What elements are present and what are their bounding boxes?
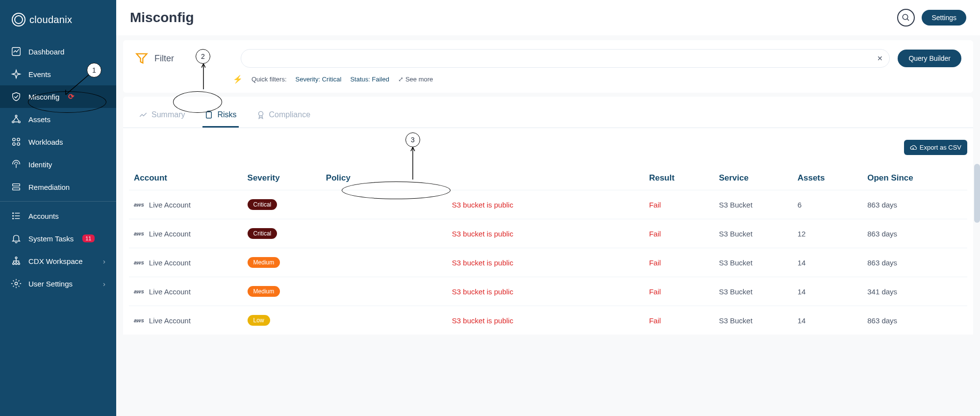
col-assets[interactable]: Assets bbox=[793, 166, 863, 190]
export-csv-button[interactable]: Export as CSV bbox=[904, 140, 967, 155]
aws-logo-icon: aws bbox=[134, 202, 144, 208]
result-cell: Fail bbox=[644, 219, 714, 248]
sidebar-item-system-tasks[interactable]: System Tasks 11 bbox=[0, 227, 116, 250]
table-row[interactable]: awsLive Account Critical S3 bucket is pu… bbox=[129, 190, 967, 219]
severity-pill: Medium bbox=[248, 286, 280, 297]
svg-point-14 bbox=[13, 218, 14, 219]
sidebar-item-accounts[interactable]: Accounts bbox=[0, 205, 116, 227]
svg-point-21 bbox=[903, 14, 908, 20]
svg-point-25 bbox=[258, 111, 263, 116]
account-cell: awsLive Account bbox=[134, 316, 238, 325]
col-open-since[interactable]: Open Since bbox=[862, 166, 967, 190]
tab-compliance[interactable]: Compliance bbox=[254, 105, 312, 128]
global-search-button[interactable] bbox=[897, 9, 915, 26]
query-builder-button[interactable]: Query Builder bbox=[898, 50, 961, 67]
top-actions: Settings bbox=[897, 9, 966, 26]
sidebar-item-remediation[interactable]: Remediation bbox=[0, 176, 116, 198]
aws-logo-icon: aws bbox=[134, 260, 144, 265]
gear-icon bbox=[11, 278, 22, 289]
service-cell: S3 Bucket bbox=[714, 306, 792, 335]
sidebar-item-label: System Tasks bbox=[28, 234, 74, 243]
chevron-right-icon: › bbox=[103, 257, 105, 265]
svg-line-22 bbox=[907, 19, 909, 21]
sidebar-item-assets[interactable]: Assets bbox=[0, 108, 116, 130]
sidebar-item-identity[interactable]: Identity bbox=[0, 153, 116, 176]
sidebar-item-cdx-workspace[interactable]: CDX Workspace › bbox=[0, 250, 116, 272]
filter-panel: Filter ✕ Query Builder ⚡ Quick filters: … bbox=[123, 40, 973, 93]
clear-filter-button[interactable]: ✕ bbox=[877, 54, 883, 62]
table-row[interactable]: awsLive Account Critical S3 bucket is pu… bbox=[129, 219, 967, 248]
table-row[interactable]: awsLive Account Medium S3 bucket is publ… bbox=[129, 277, 967, 306]
col-severity[interactable]: Severity bbox=[243, 166, 321, 190]
col-policy[interactable]: Policy bbox=[321, 166, 644, 190]
sidebar-item-label: Dashboard bbox=[28, 48, 64, 56]
export-label: Export as CSV bbox=[920, 144, 961, 151]
open-since-cell: 341 days bbox=[862, 277, 967, 306]
service-cell: S3 Bucket bbox=[714, 277, 792, 306]
sidebar-nav: Dashboard Events Misconfig ⟳ Assets Work… bbox=[0, 40, 116, 295]
sidebar-item-label: Accounts bbox=[28, 212, 59, 220]
scrollbar-thumb[interactable] bbox=[974, 164, 980, 223]
chart-line-icon bbox=[11, 46, 22, 57]
service-cell: S3 Bucket bbox=[714, 219, 792, 248]
svg-point-17 bbox=[13, 263, 15, 265]
account-cell: awsLive Account bbox=[134, 230, 238, 238]
svg-point-10 bbox=[13, 213, 14, 214]
network-icon bbox=[11, 114, 22, 125]
sidebar-item-label: Remediation bbox=[28, 183, 70, 191]
svg-point-19 bbox=[18, 263, 20, 265]
sidebar-item-misconfig[interactable]: Misconfig ⟳ bbox=[0, 85, 116, 108]
sidebar-item-workloads[interactable]: Workloads bbox=[0, 130, 116, 153]
badge-count: 11 bbox=[82, 234, 94, 242]
result-cell: Fail bbox=[644, 306, 714, 335]
sidebar-item-dashboard[interactable]: Dashboard bbox=[0, 40, 116, 63]
severity-pill: Medium bbox=[248, 257, 280, 268]
quick-filter-severity[interactable]: Severity: Critical bbox=[296, 76, 342, 83]
policy-cell: S3 bucket is public bbox=[321, 306, 644, 335]
policy-cell: S3 bucket is public bbox=[321, 248, 644, 277]
assets-cell: 14 bbox=[793, 306, 863, 335]
tab-label: Risks bbox=[217, 110, 236, 119]
sidebar-item-events[interactable]: Events bbox=[0, 63, 116, 85]
sidebar-item-label: User Settings bbox=[28, 280, 73, 288]
col-account[interactable]: Account bbox=[129, 166, 243, 190]
svg-point-18 bbox=[15, 263, 17, 265]
cloud-download-icon bbox=[910, 144, 917, 151]
svg-point-4 bbox=[13, 138, 16, 141]
table-row[interactable]: awsLive Account Low S3 bucket is public … bbox=[129, 306, 967, 335]
svg-point-5 bbox=[17, 138, 20, 141]
topbar: Misconfig Settings bbox=[116, 0, 980, 35]
svg-point-20 bbox=[15, 282, 18, 285]
severity-pill: Critical bbox=[248, 199, 277, 210]
tab-risks[interactable]: Risks bbox=[202, 105, 238, 128]
chevron-right-icon: › bbox=[103, 280, 105, 288]
filter-input[interactable] bbox=[241, 49, 890, 68]
severity-pill: Critical bbox=[248, 228, 277, 239]
result-cell: Fail bbox=[644, 277, 714, 306]
result-cell: Fail bbox=[644, 190, 714, 219]
col-result[interactable]: Result bbox=[644, 166, 714, 190]
severity-pill: Low bbox=[248, 315, 270, 326]
sidebar-item-label: Misconfig bbox=[28, 93, 59, 101]
tab-summary[interactable]: Summary bbox=[137, 105, 187, 128]
shield-check-icon bbox=[11, 91, 22, 102]
bolt-icon: ⚡ bbox=[233, 75, 243, 84]
policy-cell: S3 bucket is public bbox=[321, 277, 644, 306]
svg-rect-24 bbox=[206, 112, 212, 118]
sidebar-item-user-settings[interactable]: User Settings › bbox=[0, 272, 116, 295]
policy-cell: S3 bucket is public bbox=[321, 219, 644, 248]
main-content: Misconfig Settings Filter ✕ bbox=[116, 0, 980, 416]
bell-icon bbox=[11, 233, 22, 244]
grid-icon bbox=[11, 136, 22, 147]
chart-icon bbox=[139, 110, 148, 119]
quick-filter-status[interactable]: Status: Failed bbox=[350, 76, 389, 83]
assets-cell: 14 bbox=[793, 277, 863, 306]
service-cell: S3 Bucket bbox=[714, 248, 792, 277]
aws-logo-icon: aws bbox=[134, 288, 144, 294]
table-row[interactable]: awsLive Account Medium S3 bucket is publ… bbox=[129, 248, 967, 277]
settings-button[interactable]: Settings bbox=[922, 10, 966, 26]
col-service[interactable]: Service bbox=[714, 166, 792, 190]
see-more-button[interactable]: ⤢ See more bbox=[398, 76, 433, 83]
account-cell: awsLive Account bbox=[134, 259, 238, 267]
account-cell: awsLive Account bbox=[134, 201, 238, 209]
